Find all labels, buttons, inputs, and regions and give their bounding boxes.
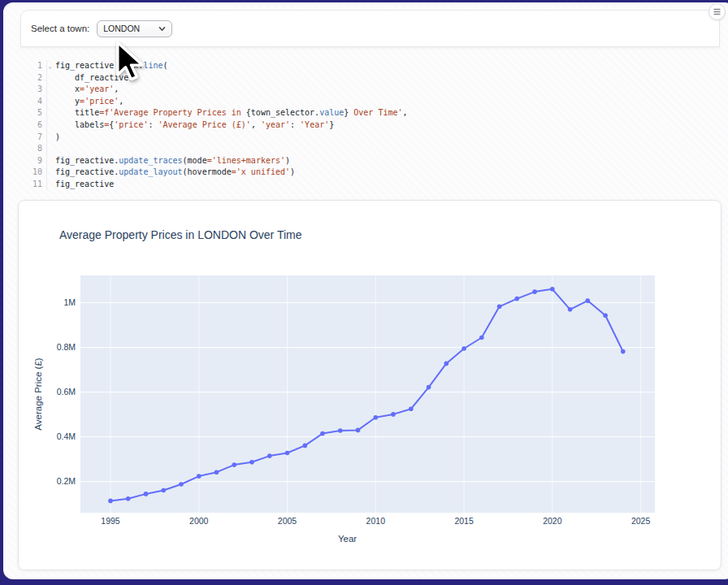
line-number: 8 (20, 143, 46, 155)
code-line-text (46, 143, 55, 155)
code-line-text: x='year', (46, 84, 119, 96)
data-point-marker[interactable] (214, 470, 219, 474)
y-tick-label: 0.4M (57, 431, 76, 441)
line-number: 5 (20, 107, 46, 119)
code-line-text: y='price', (46, 96, 124, 108)
data-point-marker[interactable] (249, 460, 254, 465)
data-point-marker[interactable] (586, 298, 591, 303)
code-line[interactable]: 6 labels={'price': 'Average Price (£)', … (20, 119, 720, 132)
code-line[interactable]: 2 df_reactive, (20, 72, 720, 84)
code-line[interactable]: 4 y='price', (20, 96, 720, 108)
data-point-marker[interactable] (409, 407, 414, 412)
data-point-marker[interactable] (568, 307, 573, 312)
data-point-marker[interactable] (444, 362, 449, 366)
chart-title: Average Property Prices in LONDON Over T… (59, 228, 302, 241)
data-point-marker[interactable] (603, 314, 608, 318)
code-line-text: labels={'price': 'Average Price (£)', 'y… (46, 119, 334, 132)
fold-chevron-icon[interactable]: ⌄ (48, 61, 52, 73)
code-line-text: fig_reactive.update_layout(hovermode='x … (46, 167, 295, 179)
line-number: 11 (20, 179, 46, 191)
data-point-marker[interactable] (144, 492, 149, 496)
x-tick-label: 1995 (101, 516, 120, 526)
code-line-text: title=f'Average Property Prices in {town… (46, 107, 408, 119)
data-point-marker[interactable] (161, 488, 166, 493)
code-line-text: fig_reactive (46, 179, 114, 191)
line-number: 9 (20, 155, 46, 167)
x-tick-label: 2010 (366, 516, 386, 526)
data-point-marker[interactable] (267, 453, 272, 458)
line-number: 10 (20, 167, 46, 179)
data-point-marker[interactable] (391, 412, 396, 417)
data-point-marker[interactable] (303, 444, 308, 448)
code-line-text: df_reactive, (46, 72, 133, 84)
code-line-text: fig_reactive = px.line( (46, 60, 168, 72)
cell-menu-button[interactable] (708, 3, 726, 20)
y-axis-title: Average Price (£) (33, 358, 43, 430)
data-point-marker[interactable] (427, 385, 431, 390)
code-line-text: fig_reactive.update_traces(mode='lines+m… (46, 155, 290, 167)
x-tick-label: 2005 (278, 516, 297, 526)
data-point-marker[interactable] (532, 289, 537, 294)
code-line[interactable]: 7) (20, 132, 720, 144)
chart-output-card: 0.2M0.4M0.6M0.8M1M1995200020052010201520… (18, 200, 722, 570)
code-editor[interactable]: 1⌄fig_reactive = px.line(2 df_reactive,3… (20, 60, 720, 191)
x-tick-label: 2025 (631, 516, 651, 526)
data-point-marker[interactable] (479, 336, 484, 340)
data-point-marker[interactable] (179, 482, 184, 487)
line-number: 4 (20, 96, 46, 108)
y-tick-label: 0.6M (57, 387, 76, 396)
chevron-down-icon (158, 25, 166, 32)
data-point-marker[interactable] (338, 428, 343, 433)
code-line[interactable]: 8 (20, 143, 720, 155)
widget-cell: Select a town: LONDON (20, 10, 720, 47)
data-point-marker[interactable] (232, 462, 237, 467)
data-point-marker[interactable] (320, 431, 325, 436)
y-tick-label: 1M (63, 297, 76, 307)
data-point-marker[interactable] (497, 305, 502, 310)
data-point-marker[interactable] (515, 297, 520, 301)
code-line[interactable]: 10fig_reactive.update_layout(hovermode='… (20, 167, 720, 179)
x-tick-label: 2015 (454, 516, 474, 526)
code-line[interactable]: 11fig_reactive (20, 179, 720, 191)
data-point-marker[interactable] (108, 499, 113, 504)
data-point-marker[interactable] (550, 287, 555, 292)
data-point-marker[interactable] (126, 496, 131, 501)
line-number: 1⌄ (20, 60, 46, 72)
code-line[interactable]: 3 x='year', (20, 84, 720, 96)
y-tick-label: 0.8M (57, 342, 76, 352)
x-tick-label: 2000 (189, 516, 209, 526)
line-number: 2 (20, 72, 46, 84)
line-number: 6 (20, 119, 46, 132)
line-number: 3 (20, 84, 46, 96)
x-axis-title: Year (338, 534, 357, 544)
code-line[interactable]: 9fig_reactive.update_traces(mode='lines+… (20, 155, 720, 167)
data-point-marker[interactable] (356, 428, 361, 433)
town-select-label: Select a town: (31, 24, 89, 33)
x-tick-label: 2020 (543, 516, 562, 526)
town-dropdown[interactable]: LONDON (97, 20, 172, 37)
plotly-line-chart[interactable]: 0.2M0.4M0.6M0.8M1M1995200020052010201520… (19, 201, 721, 570)
code-line-text: ) (46, 132, 60, 144)
data-point-marker[interactable] (285, 451, 290, 456)
line-number: 7 (20, 132, 46, 144)
data-point-marker[interactable] (197, 474, 202, 479)
app-window: Select a town: LONDON 1⌄fig_reactive = p… (3, 2, 728, 579)
code-line[interactable]: 5 title=f'Average Property Prices in {to… (20, 107, 720, 119)
data-point-marker[interactable] (621, 349, 626, 354)
hamburger-icon (713, 8, 721, 15)
town-dropdown-value: LONDON (103, 24, 140, 33)
data-point-marker[interactable] (462, 346, 466, 351)
data-point-marker[interactable] (374, 415, 379, 420)
y-tick-label: 0.2M (57, 476, 76, 486)
code-line[interactable]: 1⌄fig_reactive = px.line( (20, 60, 720, 72)
